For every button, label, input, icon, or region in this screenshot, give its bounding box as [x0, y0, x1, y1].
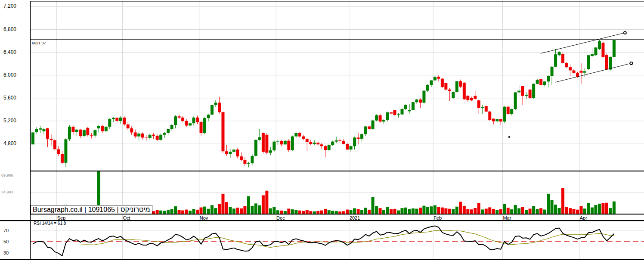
volume-bar	[426, 207, 429, 214]
candle-body	[119, 118, 122, 121]
rsi-panel-top-border	[0, 220, 644, 221]
candle-body	[372, 121, 375, 129]
candle-body	[379, 115, 382, 122]
price-tick-label: 6,800	[3, 27, 16, 32]
candle-body	[455, 81, 458, 92]
candle-body	[251, 156, 254, 163]
candle-body	[309, 142, 312, 144]
volume-bar	[393, 209, 396, 214]
candle-body	[408, 110, 411, 111]
volume-bar	[598, 204, 601, 214]
candle-body	[262, 133, 265, 152]
candle-body	[79, 130, 82, 136]
month-label: Mar	[503, 215, 511, 221]
volume-bar	[583, 208, 586, 214]
volume-bar	[232, 208, 235, 214]
candle-body	[302, 137, 305, 139]
volume-bar	[408, 209, 411, 214]
candle-body	[57, 149, 60, 154]
volume-bar	[353, 208, 356, 214]
candle-body	[415, 99, 418, 102]
candle-body	[97, 126, 100, 128]
candle-body	[576, 73, 579, 77]
candle-body	[444, 83, 447, 90]
volume-bar	[152, 211, 155, 214]
candle-body	[495, 119, 498, 121]
candle-body	[284, 141, 287, 145]
candle-body	[31, 132, 34, 144]
candle-body	[178, 116, 181, 118]
candle-body	[258, 137, 261, 140]
rsi-tick-label: 50	[3, 239, 9, 244]
candle-body	[163, 133, 166, 135]
volume-bar	[532, 206, 535, 214]
candle-body	[353, 137, 356, 146]
candle-body	[287, 141, 290, 150]
candle-body	[313, 143, 316, 144]
volume-bar	[382, 210, 385, 214]
volume-bar	[324, 209, 327, 214]
volume-bar	[331, 211, 334, 214]
volume-bar	[466, 209, 469, 214]
candle-body	[229, 152, 232, 154]
volume-bar	[284, 211, 287, 214]
volume-bar	[328, 210, 331, 214]
candle-body	[115, 118, 118, 121]
volume-bar	[554, 205, 557, 214]
volume-bar	[302, 211, 305, 214]
candle-body	[50, 139, 53, 140]
volume-bar	[214, 208, 217, 214]
candle-body	[254, 140, 257, 156]
candle-body	[243, 160, 246, 164]
candle-body	[517, 91, 520, 93]
volume-bar	[320, 211, 323, 214]
volume-bar	[372, 197, 375, 214]
volume-bar	[364, 208, 367, 214]
volume-bar	[587, 203, 590, 214]
candle-body	[521, 86, 524, 96]
candle-body	[492, 119, 495, 121]
candle-body	[412, 102, 415, 110]
volume-bar	[591, 208, 594, 214]
candle-body	[123, 118, 126, 124]
volume-bar	[569, 208, 572, 214]
volume-bar	[207, 209, 210, 214]
volume-bar	[400, 208, 403, 214]
volume-bar	[192, 209, 195, 214]
candle-body	[189, 123, 192, 125]
candle-body	[174, 116, 177, 125]
volume-bar	[229, 207, 232, 214]
candle-body	[200, 122, 203, 133]
candle-body	[573, 70, 576, 73]
candle-body	[53, 140, 56, 149]
candle-body	[236, 149, 239, 156]
candle-body	[364, 127, 367, 134]
volume-bar	[306, 210, 309, 214]
candle-body	[400, 109, 403, 115]
volume-bar	[375, 206, 378, 214]
trend-channel-upper	[541, 33, 625, 53]
volume-bar	[156, 210, 159, 214]
volume-bar	[558, 208, 561, 214]
candle-body	[149, 135, 152, 138]
candle-body	[130, 128, 133, 132]
candle-body	[470, 98, 473, 100]
candles-layer	[31, 39, 616, 167]
price-tick-label: 5,600	[3, 95, 16, 101]
volume-bar	[265, 191, 268, 214]
candle-body	[488, 112, 491, 120]
candle-body	[192, 118, 195, 123]
candle-body	[338, 140, 341, 141]
volume-bar	[258, 205, 261, 214]
candle-body	[598, 41, 601, 49]
volume-bar	[272, 207, 276, 214]
volume-bar	[492, 209, 495, 214]
month-label: 2021	[350, 215, 360, 221]
volume-bar	[605, 203, 608, 214]
candle-body	[141, 134, 144, 137]
candle-body	[419, 99, 422, 103]
month-label: Oct	[123, 215, 130, 221]
candle-body	[181, 118, 184, 121]
volume-bar	[397, 211, 400, 214]
candle-body	[463, 83, 466, 99]
